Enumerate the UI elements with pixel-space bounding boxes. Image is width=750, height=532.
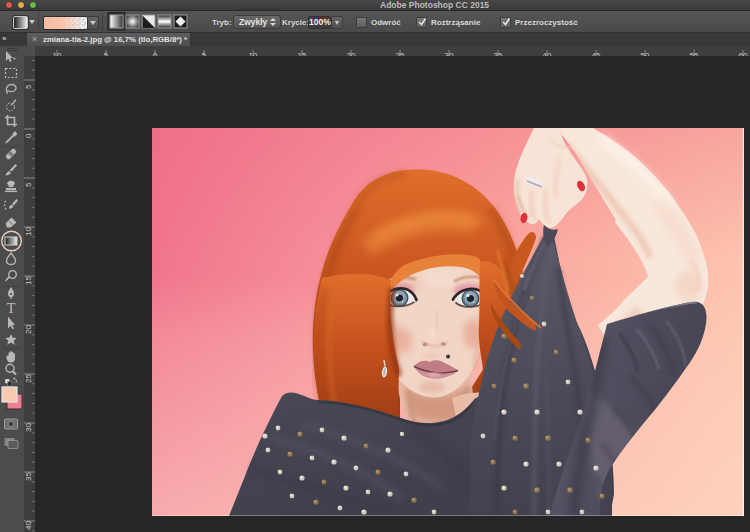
svg-text:30: 30 — [24, 423, 33, 432]
svg-text:5: 5 — [24, 182, 33, 187]
svg-text:40: 40 — [24, 521, 33, 530]
svg-text:15: 15 — [24, 276, 33, 285]
svg-text:0: 0 — [24, 133, 33, 138]
svg-text:25: 25 — [24, 374, 33, 383]
svg-text:20: 20 — [24, 325, 33, 334]
svg-text:T: T — [6, 300, 15, 316]
svg-text:35: 35 — [24, 472, 33, 481]
svg-text:10: 10 — [24, 227, 33, 236]
svg-text:5: 5 — [24, 84, 33, 89]
